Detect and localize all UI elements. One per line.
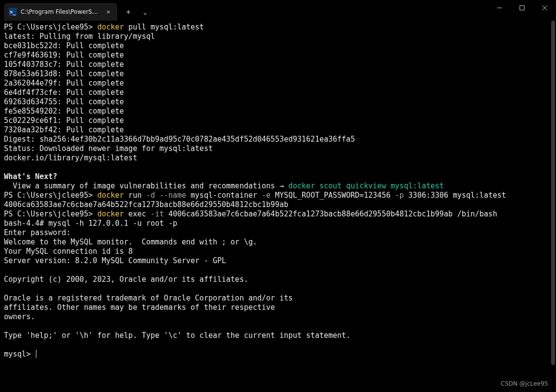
powershell-icon: >_ xyxy=(9,8,17,16)
scrollbar[interactable] xyxy=(551,21,555,391)
flag: -d xyxy=(146,191,155,200)
flag: -p xyxy=(395,191,404,200)
flag: -it xyxy=(151,210,164,218)
scrollbar-thumb[interactable] xyxy=(551,21,555,365)
cmd-args: MYSQL_ROOT_PASSWORD=123456 xyxy=(271,191,395,200)
pull-layer-line: 5c02229ce6f1: Pull complete xyxy=(4,116,124,125)
titlebar: >_ C:\Program Files\PowerShell\ ✕ + ⌄ xyxy=(0,0,556,20)
svg-rect-1 xyxy=(520,6,525,10)
minimize-button[interactable] xyxy=(488,0,511,16)
ps-prompt: PS C:\Users\jclee95> xyxy=(4,191,97,200)
mysql-output-line: affiliates. Other names may be trademark… xyxy=(4,303,275,312)
ps-prompt: PS C:\Users\jclee95> xyxy=(4,23,97,31)
enter-password-line: Enter password: xyxy=(4,228,70,237)
docker-keyword: docker xyxy=(97,210,124,218)
mysql-prompt: mysql> xyxy=(4,350,35,359)
cursor xyxy=(36,350,36,358)
mysql-output-line: Your MySQL connection id is 8 xyxy=(4,247,133,256)
flag: --name xyxy=(159,191,186,200)
pull-layer-line: 6e4df4f73cfe: Pull complete xyxy=(4,88,124,97)
maximize-icon xyxy=(520,5,525,10)
tab-dropdown-button[interactable]: ⌄ xyxy=(137,4,154,19)
mysql-output-line: Oracle is a registered trademark of Orac… xyxy=(4,294,293,302)
mysql-output-line: owners. xyxy=(4,312,35,321)
terminal-viewport: PS C:\Users\jclee95> docker pull mysql:l… xyxy=(0,20,556,392)
image-ref-line: docker.io/library/mysql:latest xyxy=(4,153,137,162)
tab-actions: + ⌄ xyxy=(120,3,154,21)
docker-keyword: docker xyxy=(97,23,124,31)
mysql-output-line: Copyright (c) 2000, 2023, Oracle and/or … xyxy=(4,275,248,284)
pull-layer-line: 105f403783c7: Pull complete xyxy=(4,60,124,69)
pull-layer-line: fe5e85549202: Pull complete xyxy=(4,107,124,116)
whats-next-heading: What's Next? xyxy=(4,172,57,181)
pull-layer-line: cf7e9f463619: Pull complete xyxy=(4,51,124,60)
docker-scout-link[interactable]: docker scout quickview mysql:latest xyxy=(288,181,444,190)
mysql-output-line: Server version: 8.2.0 MySQL Community Se… xyxy=(4,256,226,265)
container-id-line: 4006ca63583ae7c6cbae7a64b522fca1273bacb8… xyxy=(4,200,288,209)
cmd-args: mysql-container xyxy=(186,191,262,200)
cmd-args: 4006ca63583ae7c6cbae7a64b522fca1273bacb8… xyxy=(164,210,497,218)
mysql-output-line: Welcome to the MySQL monitor. Commands e… xyxy=(4,238,257,246)
bash-line: bash-4.4# mysql -h 127.0.0.1 -u root -p xyxy=(4,219,177,228)
status-line: Status: Downloaded newer image for mysql… xyxy=(4,144,213,153)
scout-prefix: View a summary of image vulnerabilities … xyxy=(4,181,288,190)
cmd-args: 3306:3306 mysql:latest xyxy=(404,191,506,200)
close-icon xyxy=(542,5,547,10)
tab-close-button[interactable]: ✕ xyxy=(103,7,113,17)
ps-prompt: PS C:\Users\jclee95> xyxy=(4,210,97,218)
cmd-args: run xyxy=(124,191,146,200)
cmd-args: pull mysql:latest xyxy=(124,23,204,31)
pull-layer-line: bce031bc522d: Pull complete xyxy=(4,41,124,50)
window-close-button[interactable] xyxy=(533,0,556,16)
terminal[interactable]: PS C:\Users\jclee95> docker pull mysql:l… xyxy=(0,20,556,392)
digest-line: Digest: sha256:4ef30b2c11a3366d7bb9ad95c… xyxy=(4,135,355,144)
tab-title: C:\Program Files\PowerShell\ xyxy=(21,8,99,15)
window-controls xyxy=(488,0,556,20)
maximize-button[interactable] xyxy=(511,0,533,16)
minimize-icon xyxy=(497,5,502,10)
docker-keyword: docker xyxy=(97,191,124,200)
output-line: latest: Pulling from library/mysql xyxy=(4,32,155,41)
new-tab-button[interactable]: + xyxy=(120,4,137,19)
tab-powershell[interactable]: >_ C:\Program Files\PowerShell\ ✕ xyxy=(4,3,117,21)
pull-layer-line: 2a362044e79f: Pull complete xyxy=(4,79,124,88)
mysql-output-line: Type 'help;' or '\h' for help. Type '\c'… xyxy=(4,331,350,340)
pull-layer-line: 7320aa32bf42: Pull complete xyxy=(4,125,124,134)
pull-layer-line: 69263d634755: Pull complete xyxy=(4,97,124,106)
flag: -e xyxy=(262,191,271,200)
pull-layer-line: 878e53a613d8: Pull complete xyxy=(4,69,124,78)
cmd-args: exec xyxy=(124,210,151,218)
